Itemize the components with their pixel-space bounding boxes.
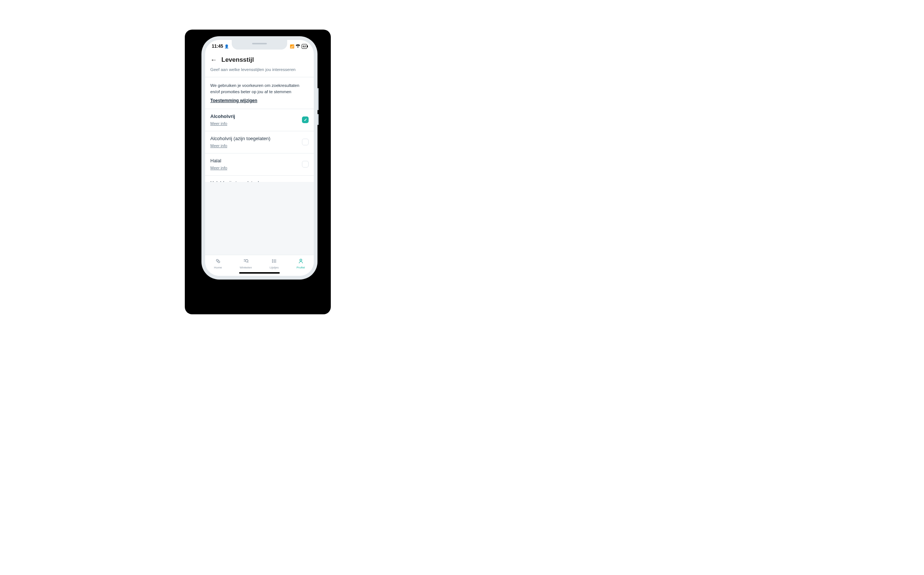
info-text: We gebruiken je voorkeuren om zoekresult…: [210, 83, 309, 95]
battery-icon: 62: [301, 44, 307, 49]
nav-label: Profiel: [296, 266, 305, 269]
profile-icon: [298, 258, 304, 265]
option-content: HalalMeer info: [210, 158, 302, 171]
page-title: Levensstijl: [221, 56, 254, 64]
consent-change-link[interactable]: Toestemming wijzigen: [210, 98, 257, 103]
status-time: 11:45: [212, 44, 223, 49]
option-title: Alcoholvrij (azijn toegelaten): [210, 136, 302, 141]
person-icon: 👤: [224, 44, 229, 48]
home-icon: [215, 258, 221, 265]
lifestyle-option-row[interactable]: Alcoholvrij (azijn toegelaten)Meer info: [205, 131, 314, 154]
more-info-link[interactable]: Meer info: [210, 121, 227, 126]
option-title: Alcoholvrij: [210, 114, 302, 119]
wifi-icon: [296, 44, 300, 48]
nav-label: Home: [214, 266, 222, 269]
checkmark-icon: ✓: [304, 118, 307, 122]
option-checkbox[interactable]: [302, 161, 309, 167]
lifestyle-option-row[interactable]: AlcoholvrijMeer info✓: [205, 109, 314, 131]
nav-item-profiel[interactable]: Profiel: [296, 258, 305, 269]
svg-point-12: [300, 259, 301, 261]
lists-icon: [271, 258, 277, 265]
option-content: Alcoholvrij (azijn toegelaten)Meer info: [210, 136, 302, 149]
more-info-link[interactable]: Meer info: [210, 143, 227, 148]
svg-point-1: [218, 261, 220, 262]
nav-label: Winkelen: [240, 266, 252, 269]
lifestyle-options-list: AlcoholvrijMeer info✓Alcoholvrij (azijn …: [205, 109, 314, 182]
lifestyle-option-row[interactable]: HalalMeer info: [205, 154, 314, 176]
page-header: ← Levensstijl: [205, 51, 314, 67]
phone-screen: 11:45 👤 📶 62 ← Levensstijl Geef aan welk…: [205, 40, 314, 276]
nav-item-home[interactable]: Home: [214, 258, 222, 269]
option-content: AlcoholvrijMeer info: [210, 114, 302, 127]
back-arrow-icon[interactable]: ←: [210, 57, 217, 63]
signal-icon: 📶: [290, 44, 294, 48]
option-title: Halal: [210, 158, 302, 164]
shop-icon: [243, 258, 249, 265]
phone-notch: [232, 40, 287, 49]
svg-line-5: [248, 262, 248, 262]
nav-item-winkelen[interactable]: Winkelen: [240, 258, 252, 269]
more-info-link[interactable]: Meer info: [210, 166, 227, 170]
option-checkbox[interactable]: ✓: [302, 116, 309, 123]
nav-item-lijstjes[interactable]: Lijstjes: [270, 258, 279, 269]
option-checkbox[interactable]: [302, 139, 309, 145]
svg-point-10: [272, 262, 273, 262]
svg-point-6: [272, 260, 273, 260]
nav-label: Lijstjes: [270, 266, 279, 269]
phone-device-frame: 11:45 👤 📶 62 ← Levensstijl Geef aan welk…: [201, 36, 317, 280]
content-spacer: [205, 182, 314, 255]
phone-speaker: [252, 43, 267, 44]
info-section: We gebruiken je voorkeuren om zoekresult…: [205, 77, 314, 109]
lifestyle-option-row[interactable]: Halal (azijn toegelaten)Meer info: [205, 176, 314, 182]
home-indicator[interactable]: [239, 272, 280, 274]
page-subtitle: Geef aan welke levensstijlen jou interes…: [205, 67, 314, 77]
phone-side-button: [317, 114, 319, 125]
phone-side-button: [317, 88, 319, 110]
